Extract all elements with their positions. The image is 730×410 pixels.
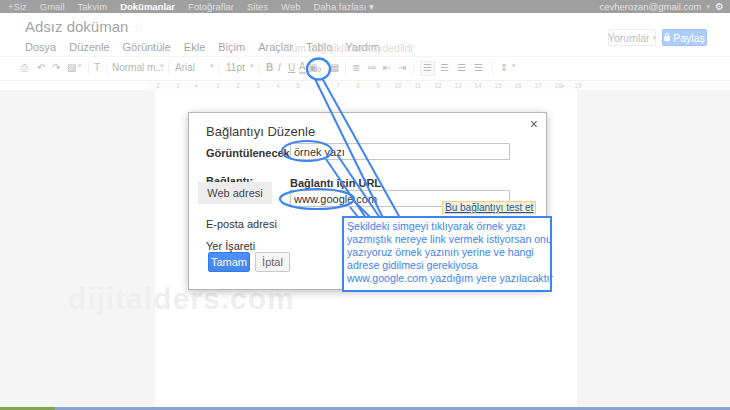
dialog-title: Bağlantıyı Düzenle: [206, 124, 315, 139]
link-type-email-option[interactable]: E-posta adresi: [206, 218, 277, 230]
test-link[interactable]: Bu bağlantıyı test et: [442, 201, 536, 214]
link-type-web-option[interactable]: Web adresi: [198, 182, 272, 204]
close-icon[interactable]: ×: [530, 116, 538, 132]
callout-text-line: Şekildeki simgeyi tıklıyarak örnek yazı: [347, 220, 547, 233]
callout-text-line: www.google.com yazdığım yere yazılacaktı…: [347, 272, 547, 285]
google-docs-window: +SizGmailTakvimDokümanlarFotoğraflarSite…: [0, 0, 730, 410]
tutorial-callout-box: Şekildeki simgeyi tıklıyarak örnek yazıy…: [342, 216, 552, 292]
ok-button[interactable]: Tamam: [208, 252, 250, 272]
callout-text-line: yazmıştık nereye link vermek istiyorsan …: [347, 233, 547, 246]
link-type-bookmark-option[interactable]: Yer İşareti: [206, 240, 255, 252]
callout-text-line: yazıyoruz örnek yazının yerine ve hangi: [347, 246, 547, 259]
cancel-button[interactable]: İptal: [255, 252, 290, 272]
callout-text-line: adrese gidilmesi gerekiyosa: [347, 259, 547, 272]
url-label: Bağlantı için URL: [290, 177, 381, 189]
display-text-input[interactable]: [290, 143, 510, 160]
